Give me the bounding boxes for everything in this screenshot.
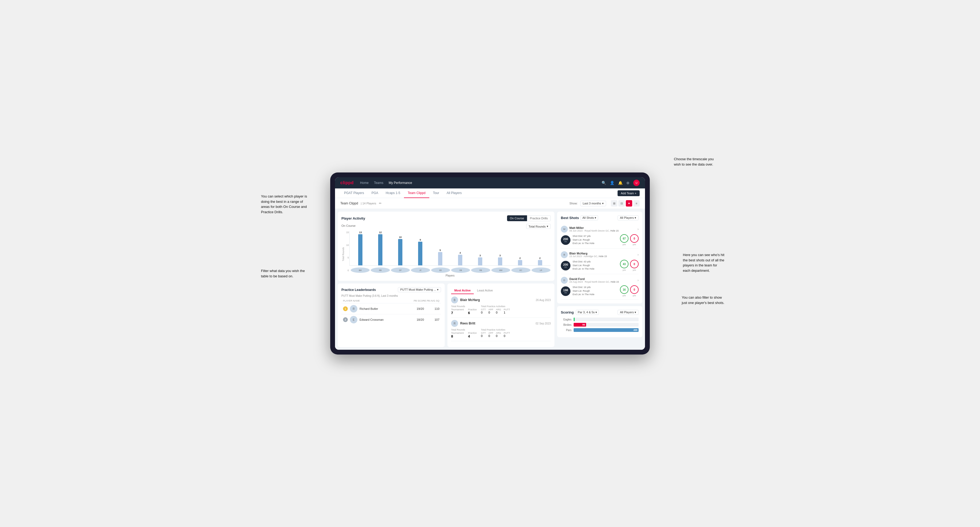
sub-nav-all-players[interactable]: All Players: [443, 189, 466, 198]
nav-links: Home Teams My Performance: [360, 180, 595, 186]
nav-actions: 🔍 👤 🔔 ⊕ U: [601, 179, 640, 186]
toggle-on-course[interactable]: On Course: [507, 215, 527, 221]
shot-details: 200 SG Shot Dist: 67 yds Start Lie: Roug…: [561, 234, 639, 246]
lb-score: 18/20: [410, 318, 424, 321]
sub-nav-hcaps[interactable]: Hcaps 1-5: [382, 189, 404, 198]
bar-value-label: 5: [440, 249, 441, 252]
nav-logo: clippd: [340, 181, 354, 185]
player-avatar-small: DF: [391, 267, 410, 273]
toggle-practice[interactable]: Practice Drills: [527, 215, 551, 221]
team-header: Team Clippd | 14 Players ✏ Show: Last 3 …: [335, 198, 645, 209]
shot-stat-2: 0 yds: [630, 285, 639, 297]
team-name: Team Clippd: [340, 202, 358, 205]
sub-nav-pgat[interactable]: PGAT Players: [340, 189, 368, 198]
player-avatar-small: JC: [410, 267, 430, 273]
view-heart-icon[interactable]: ♥: [626, 200, 632, 206]
lb-row[interactable]: 2 E Edward Crossman 18/20 107: [341, 314, 441, 325]
shot-player-name: David Ford: [570, 277, 619, 281]
nav-link-teams[interactable]: Teams: [374, 180, 383, 186]
bar: [398, 239, 402, 265]
scoring-row: Pars 499: [561, 328, 639, 332]
scoring-row: Birdies 96: [561, 323, 639, 327]
nav-link-performance[interactable]: My Performance: [388, 180, 412, 186]
bar-value-label: 12: [379, 231, 382, 234]
scoring-players-filter[interactable]: All Players ▾: [617, 310, 639, 315]
scoring-bar: [574, 317, 575, 321]
tab-most-active[interactable]: Most Active: [451, 287, 474, 294]
search-icon[interactable]: 🔍: [601, 181, 606, 185]
tablet-shell: clippd Home Teams My Performance 🔍 👤 🔔 ⊕…: [330, 173, 650, 354]
bar: [518, 260, 522, 265]
scoring-par-filter[interactable]: Par 3, 4 & 5s ▾: [576, 310, 599, 315]
shots-filter[interactable]: All Shots ▾: [581, 215, 598, 221]
add-icon[interactable]: ⊕: [626, 181, 630, 185]
scoring-row-label: Eagles: [561, 318, 571, 321]
scoring-row: Eagles 3: [561, 317, 639, 321]
view-list-icon[interactable]: ⊟: [618, 200, 625, 206]
lb-row[interactable]: 1 R Richard Butler 19/20 110: [341, 303, 441, 314]
shot-stats: 16 yds 0 yds: [620, 285, 639, 297]
chart-container: Total Rounds 15 10 5 0 1312109543322: [341, 231, 551, 277]
users-icon[interactable]: 👤: [610, 181, 614, 185]
tab-least-active[interactable]: Least Active: [474, 287, 496, 294]
chart-dropdown[interactable]: Total Rounds ▾: [526, 224, 551, 229]
page-wrapper: Choose the timescale you wish to see the…: [330, 173, 650, 354]
scoring-row-label: Birdies: [561, 323, 571, 326]
player-avatar-small: LR: [531, 267, 551, 273]
view-grid-icon[interactable]: ⊞: [611, 200, 617, 206]
most-active-card: Most Active Least Active B Blair McHarg …: [447, 284, 554, 347]
bar-chart: 1312109543322: [349, 231, 551, 266]
bar-value-label: 2: [519, 257, 520, 259]
player-avatar-small: BM: [350, 267, 370, 273]
shot-stat-label-2: yds: [630, 294, 639, 297]
shot-score-badge: 198 SG: [561, 286, 570, 296]
shot-card: M Matt Miller 09 Jun 2023 · Royal North …: [561, 223, 639, 249]
sub-nav-team-clippd[interactable]: Team Clippd: [404, 189, 429, 198]
lb-avatar: R: [350, 305, 357, 313]
nav-link-home[interactable]: Home: [360, 180, 369, 186]
bar: [358, 234, 363, 265]
scoring-bar-value: 499: [633, 329, 637, 332]
edit-icon[interactable]: ✏: [379, 202, 382, 205]
shot-player-row: B Blair McHarg 23 Jul 2023 · Ashridge GC…: [561, 251, 639, 258]
scoring-header: Scoring Par 3, 4 & 5s ▾ All Players ▾: [561, 310, 639, 315]
bar-group: 4: [450, 231, 470, 265]
shot-cards: M Matt Miller 09 Jun 2023 · Royal North …: [561, 223, 639, 300]
chevron-right-icon[interactable]: ›: [638, 227, 639, 231]
tablet-screen: clippd Home Teams My Performance 🔍 👤 🔔 ⊕…: [335, 177, 645, 350]
lb-name: Edward Crossman: [360, 318, 409, 321]
shot-score-label: SG: [564, 241, 567, 243]
chevron-right-icon[interactable]: ›: [638, 278, 639, 282]
shot-player-name: Blair McHarg: [570, 252, 607, 255]
scoring-bar-wrap: 3: [574, 317, 639, 321]
drill-dropdown[interactable]: PUTT Must Make Putting ... ▾: [398, 287, 441, 292]
shot-stat-label-2: yds: [630, 269, 639, 271]
avatar[interactable]: U: [633, 179, 640, 186]
player-avatar-small: MM: [491, 267, 511, 273]
add-team-button[interactable]: Add Team +: [617, 190, 640, 196]
shot-player-row: D David Ford 24 Aug 2023 · Royal North D…: [561, 277, 639, 284]
shot-stat-2: 0 yds: [630, 234, 639, 246]
shot-details: 198 SG Shot Dist: 16 yds Start Lie: Roug…: [561, 285, 639, 297]
chevron-right-icon[interactable]: ›: [638, 253, 639, 257]
annotation-right-mid: Here you can see who's hit the best shot…: [683, 252, 724, 273]
player-avatar-small: RB: [471, 267, 490, 273]
time-period-dropdown[interactable]: Last 3 months ▾: [580, 201, 606, 206]
shot-score-number: 198: [563, 289, 568, 292]
shot-stat-label-1: yds: [620, 243, 628, 246]
right-panel: Best Shots All Shots ▾ All Players ▾ M M…: [557, 211, 642, 347]
view-menu-icon[interactable]: ≡: [633, 200, 640, 206]
lb-col-score: PB SCORE: [413, 300, 426, 302]
scoring-rows: Eagles 3 Birdies 96 Pars 499: [561, 317, 639, 332]
sub-nav: PGAT Players PGA Hcaps 1-5 Team Clippd T…: [335, 189, 645, 198]
show-label: Show:: [570, 202, 578, 205]
players-filter[interactable]: All Players ▾: [617, 215, 639, 221]
sub-nav-tour[interactable]: Tour: [429, 189, 443, 198]
toggle-group: On Course Practice Drills: [507, 215, 551, 221]
sub-nav-pga[interactable]: PGA: [368, 189, 382, 198]
bar: [478, 257, 482, 265]
bar-group: 2: [530, 231, 550, 265]
activity-tabs: Most Active Least Active: [451, 287, 551, 294]
x-axis-label: Players: [349, 274, 551, 277]
bell-icon[interactable]: 🔔: [618, 181, 623, 185]
